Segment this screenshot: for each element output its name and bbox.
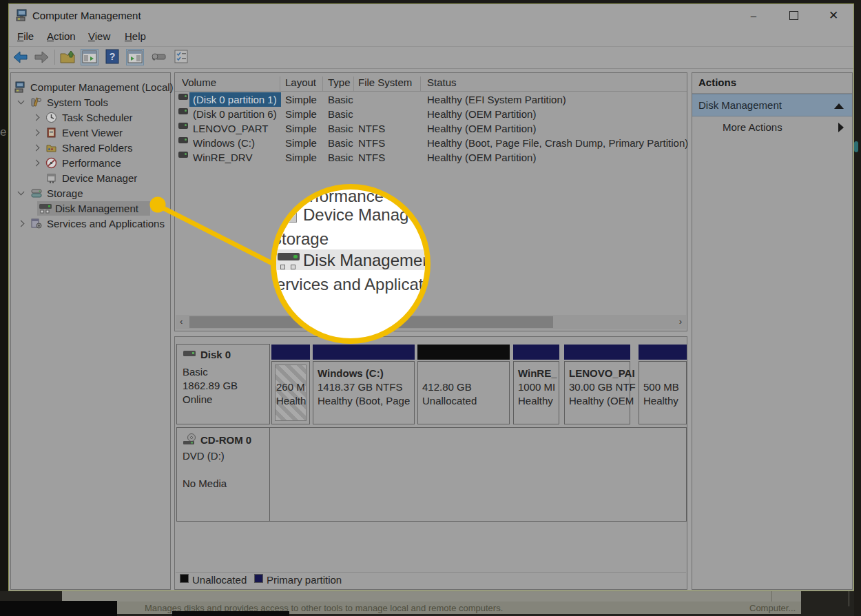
chevron-down-icon[interactable] (18, 189, 25, 196)
chevron-down-icon[interactable] (18, 98, 25, 105)
cdrom-drive: DVD (D:) (183, 450, 225, 462)
efi-hatch-pattern (275, 365, 307, 421)
cell-type: Basic (328, 108, 353, 120)
expand-arrow-icon[interactable] (838, 123, 844, 132)
disk-icon (183, 349, 196, 359)
chevron-right-icon[interactable] (33, 145, 40, 152)
volume-row-disk0-partition1[interactable]: (Disk 0 partition 1) Simple Basic Health… (175, 92, 687, 107)
tree-item-storage[interactable]: Storage (11, 186, 170, 201)
horizontal-scrollbar[interactable]: ‹ › (176, 315, 686, 329)
tree-item-event-viewer[interactable]: Event Viewer (11, 125, 170, 140)
partition-winre[interactable]: WinRE_ 1000 MI Healthy (513, 361, 559, 424)
storage-icon (30, 187, 43, 199)
column-header-volume[interactable]: Volume (182, 76, 216, 88)
volume-icon (178, 94, 188, 100)
partition-lenovo[interactable]: LENOVO_PAI 30.00 GB NTF Healthy (OEM (564, 361, 630, 424)
back-button[interactable] (12, 49, 30, 65)
toolbar-separator (54, 50, 55, 65)
folder-arrow-icon (59, 49, 76, 65)
show-console-tree-button[interactable] (81, 49, 98, 65)
column-header-type[interactable]: Type (328, 76, 351, 88)
legend-label-primary-partition: Primary partition (267, 574, 342, 586)
partition-strip-primary (513, 345, 559, 360)
cell-layout: Simple (285, 137, 317, 149)
volume-row-winre-drv[interactable]: WinRE_DRV Simple Basic NTFS Healthy (OEM… (175, 150, 687, 165)
disk0-status: Online (183, 393, 212, 405)
minimize-glyph: – (751, 10, 756, 21)
volume-row-windows-c[interactable]: Windows (C:) Simple Basic NTFS Healthy (… (175, 136, 687, 150)
desktop-right-strip (854, 0, 861, 616)
tree-item-device-manager[interactable]: Device Manager (11, 171, 170, 185)
cell-layout: Simple (285, 152, 317, 163)
more-actions-label: More Actions (723, 121, 782, 133)
chevron-right-icon[interactable] (18, 220, 25, 227)
more-actions-item[interactable]: More Actions (692, 116, 852, 137)
partition-500mb[interactable]: 500 MB Healthy (639, 361, 687, 424)
chevron-right-icon[interactable] (33, 114, 40, 121)
title-bar[interactable]: Computer Management – ✕ (9, 4, 853, 27)
scroll-left-arrow-icon[interactable]: ‹ (180, 316, 183, 327)
partition-size: 30.00 GB NTF (569, 381, 636, 393)
menu-bar: File Action View Help (9, 27, 853, 46)
partition-unallocated[interactable]: 412.80 GB Unallocated (417, 361, 510, 424)
partition-windows-c[interactable]: Windows (C:) 1418.37 GB NTFS Healthy (Bo… (313, 361, 415, 424)
volume-row-lenovo-part[interactable]: LENOVO_PART Simple Basic NTFS Healthy (O… (175, 121, 687, 136)
partition-title: WinRE_ (518, 367, 557, 379)
tree-item-disk-management[interactable]: Disk Management (11, 201, 170, 216)
column-divider[interactable] (322, 76, 323, 91)
close-button[interactable]: ✕ (818, 4, 849, 27)
show-action-pane-button[interactable] (126, 49, 144, 65)
column-divider[interactable] (280, 76, 280, 91)
partition-efi[interactable]: 260 M Health (271, 361, 310, 424)
cell-status: Healthy (Boot, Page File, Crash Dump, Pr… (427, 137, 688, 149)
help-button[interactable]: ? (104, 49, 122, 65)
column-header-status[interactable]: Status (427, 76, 457, 88)
volume-row-disk0-partition6[interactable]: (Disk 0 partition 6) Simple Basic Health… (175, 107, 687, 121)
tree-item-computer-management[interactable]: Computer Management (Local) (11, 80, 170, 94)
tree-item-label: Storage (47, 187, 83, 199)
column-header-file-system[interactable]: File System (358, 76, 412, 88)
tree-item-performance[interactable]: Performance (11, 156, 170, 170)
tree-item-services-applications[interactable]: Services and Applications (11, 216, 170, 231)
volume-table-header: Volume Layout Type File System Status (175, 75, 687, 92)
volume-icon (178, 108, 188, 114)
maximize-button[interactable] (778, 4, 809, 27)
refresh-device-button[interactable] (150, 49, 168, 65)
cdrom-empty-region[interactable] (269, 427, 687, 522)
magnifier-callout-circle: rformance Device Manager Storage Disk Ma… (271, 184, 430, 344)
column-header-layout[interactable]: Layout (285, 76, 316, 88)
action-pane-window-icon (127, 50, 143, 65)
tree-item-task-scheduler[interactable]: Task Scheduler (11, 110, 170, 125)
performance-icon (45, 157, 57, 169)
export-list-button[interactable] (59, 49, 76, 65)
magnified-disk-management: Disk Management (303, 251, 430, 270)
menu-file[interactable]: File (17, 30, 34, 42)
scroll-right-arrow-icon[interactable]: › (679, 316, 682, 327)
cell-status: Healthy (OEM Partition) (427, 108, 536, 120)
actions-group-disk-management[interactable]: Disk Management (692, 94, 852, 116)
column-divider[interactable] (420, 76, 421, 91)
cdrom-info-box[interactable]: CD-ROM 0 DVD (D:) No Media (176, 427, 270, 522)
chevron-right-icon[interactable] (33, 160, 40, 167)
tree-item-label: System Tools (47, 96, 108, 108)
minimize-button[interactable]: – (738, 4, 769, 27)
disk0-info-box[interactable]: Disk 0 Basic 1862.89 GB Online (176, 344, 270, 424)
properties-button[interactable] (173, 49, 191, 65)
menu-action[interactable]: Action (47, 30, 76, 42)
chevron-right-icon[interactable] (33, 130, 40, 136)
cell-volume: (Disk 0 partition 1) (193, 94, 277, 105)
back-arrow-icon (12, 49, 30, 65)
tree-item-label: Performance (62, 157, 121, 169)
partition-size: 1000 MI (518, 381, 555, 393)
column-divider[interactable] (353, 76, 354, 91)
partition-status: Healthy (OEM (569, 395, 634, 407)
tree-item-shared-folders[interactable]: Shared Folders (11, 141, 170, 155)
forward-button[interactable] (32, 49, 50, 65)
partition-status: Healthy (Boot, Page (318, 395, 410, 407)
scan-disks-icon (150, 49, 168, 65)
collapse-arrow-icon[interactable] (834, 103, 844, 109)
tree-item-system-tools[interactable]: System Tools (11, 95, 170, 110)
menu-help[interactable]: Help (125, 30, 146, 42)
computer-management-app-icon (16, 9, 28, 21)
menu-view[interactable]: View (88, 30, 110, 42)
